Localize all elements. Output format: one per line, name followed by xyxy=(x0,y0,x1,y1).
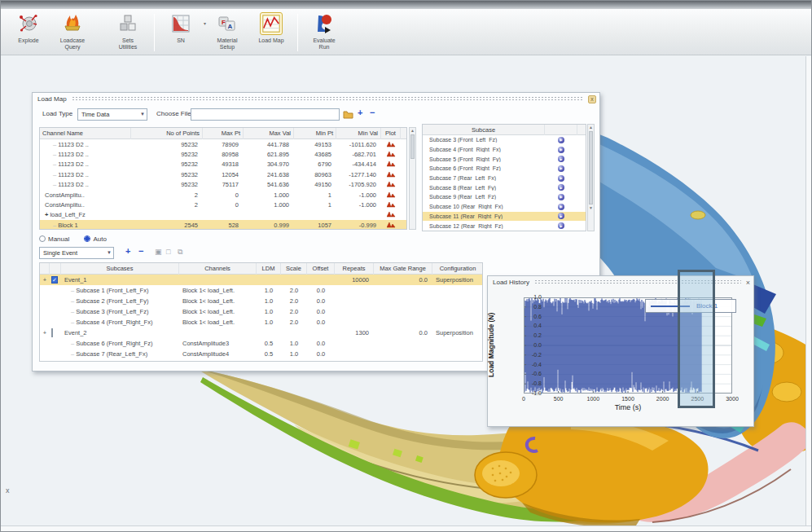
subcase-action-orb-icon[interactable]: ▶ xyxy=(558,165,564,172)
remove-file-button[interactable]: − xyxy=(370,108,375,117)
event-subcase-row[interactable]: –Subcase 1 (Front_Left_Fx)Block 1< load_… xyxy=(40,285,482,296)
channel-row[interactable]: –11123 D2 ..9523249318304.9706790-434.41… xyxy=(40,160,406,169)
subcase-action-orb-icon[interactable]: ▶ xyxy=(558,175,564,182)
toolbar-item-material-setup[interactable]: FA Material Setup xyxy=(206,12,248,51)
col-header[interactable]: Subcase xyxy=(423,125,545,135)
toolbar-item-load-map[interactable]: Load Map xyxy=(250,12,292,44)
no-of-points: 95232 xyxy=(131,181,203,188)
col-header[interactable]: Scale xyxy=(281,263,307,275)
subcase-row[interactable]: Subcase 11 (Rear_Right_Fy)▶ xyxy=(423,212,586,222)
open-file-folder-icon[interactable] xyxy=(343,108,353,122)
plot-curve-icon[interactable] xyxy=(381,200,401,209)
subcase-action-orb-icon[interactable]: ▶ xyxy=(558,194,564,200)
select-all-icon[interactable]: ▣ xyxy=(155,247,162,257)
manual-radio[interactable]: Manual xyxy=(39,235,69,243)
col-header[interactable]: LDM xyxy=(257,263,281,275)
plot-curve-icon[interactable] xyxy=(381,140,401,149)
event-checkbox[interactable] xyxy=(50,329,61,336)
event-subcase-row[interactable]: –Subcase 3 (Front_Left_Fz)Block 1< load_… xyxy=(40,306,482,317)
subcase-action-orb-icon[interactable]: ▶ xyxy=(558,213,564,219)
file-path-input[interactable] xyxy=(191,108,340,121)
plot-curve-icon[interactable] xyxy=(381,221,401,230)
x-tick-label: 3000 xyxy=(720,396,744,402)
col-header[interactable]: Repeats xyxy=(335,263,374,275)
subcase-action-orb-icon[interactable]: ▶ xyxy=(558,156,564,162)
subcase-row[interactable]: Subcase 7 (Rear_Left_Fx)▶ xyxy=(423,174,586,183)
col-header[interactable]: No of Points xyxy=(131,128,203,139)
load-map-titlebar[interactable]: Load Map x xyxy=(33,93,599,105)
col-header[interactable]: Min Pt xyxy=(294,128,336,139)
toolbar-item-sets-utilities[interactable]: Sets Utilities xyxy=(107,12,149,51)
subcase-row[interactable]: Subcase 9 (Rear_Left_Fz)▶ xyxy=(423,192,586,202)
subcase-action-orb-icon[interactable]: ▶ xyxy=(558,222,564,229)
toolbar-item-evaluate-run[interactable]: Evaluate Run xyxy=(303,12,345,51)
plot-curve-icon[interactable] xyxy=(381,180,401,189)
event-subcase-row[interactable]: –Subcase 7 (Rear_Left_Fx)ConstAmplitude4… xyxy=(40,349,482,359)
subcase-row[interactable]: Subcase 10 (Rear_Right_Fx)▶ xyxy=(423,202,586,212)
subcase-action-orb-icon[interactable]: ▶ xyxy=(558,184,564,191)
col-header[interactable]: Channels xyxy=(179,263,257,275)
subcase-row[interactable]: Subcase 3 (Front_Left_Fz)▶ xyxy=(423,135,586,145)
subcase-action-orb-icon[interactable]: ▶ xyxy=(558,137,564,143)
subcase-row[interactable]: Subcase 4 (Front_Right_Fx)▶ xyxy=(423,145,586,155)
subcase-scrollbar[interactable]: ▲▼ xyxy=(587,124,595,231)
offset: 0.0 xyxy=(307,340,335,347)
col-header[interactable]: Offset xyxy=(307,263,335,275)
channel-table-scrollbar[interactable]: ▲ xyxy=(409,127,416,230)
subcase-label: Subcase 10 (Rear_Right_Fx) xyxy=(423,204,545,209)
add-event-button[interactable]: + xyxy=(125,246,130,256)
subcase-row[interactable]: Subcase 6 (Front_Right_Fz)▶ xyxy=(423,164,586,174)
channel-name: –11123 D2 .. xyxy=(40,151,131,158)
col-header[interactable]: Configuration xyxy=(432,263,483,275)
col-header[interactable]: Max Pt xyxy=(203,128,244,139)
titlebar-grip[interactable] xyxy=(72,96,584,102)
plot-curve-icon[interactable] xyxy=(381,191,401,200)
duplicate-icon[interactable]: ⧉ xyxy=(178,247,182,257)
subcase-row[interactable]: Subcase 8 (Rear_Left_Fy)▶ xyxy=(423,182,586,192)
col-header[interactable]: Subcases xyxy=(61,263,179,275)
toolbar-item-sn[interactable]: SN xyxy=(160,12,202,44)
channel-row[interactable]: +load_Left_Fz xyxy=(40,210,406,220)
col-header[interactable]: Plot xyxy=(381,128,401,139)
clear-selection-icon[interactable]: □ xyxy=(166,247,170,257)
event-row[interactable]: +Event_213000.0Superposition xyxy=(40,328,482,338)
plot-curve-icon[interactable] xyxy=(381,210,401,219)
plot-curve-icon[interactable] xyxy=(381,150,401,159)
auto-radio[interactable]: Auto xyxy=(84,235,106,243)
channel-row[interactable]: ConstAmplitu..201.0001-1.000 xyxy=(40,200,406,209)
plot-curve-icon[interactable] xyxy=(381,170,401,179)
load-type-select[interactable]: Time Data▼ xyxy=(77,108,147,121)
event-mode-select[interactable]: Single Event▼ xyxy=(39,247,114,259)
subcase-row[interactable]: Subcase 5 (Front_Right_Fy)▶ xyxy=(423,154,586,164)
close-icon[interactable]: × xyxy=(746,279,750,287)
event-subcase-row[interactable]: –Subcase 2 (Front_Left_Fy)Block 1< load_… xyxy=(40,296,482,306)
toolbar-item-explode[interactable]: Explode xyxy=(7,12,50,44)
subcase-row[interactable]: Subcase 12 (Rear_Right_Fz)▶ xyxy=(423,221,586,231)
col-header[interactable]: Channel Name xyxy=(40,128,131,139)
event-row[interactable]: +✓Event_1100000.0Superposition xyxy=(40,275,482,285)
event-subcase-row[interactable]: –Subcase 4 (Front_Right_Fx)Block 1< load… xyxy=(40,317,482,328)
subcase-action-orb-icon[interactable]: ▶ xyxy=(558,147,564,153)
plot-curve-icon[interactable] xyxy=(381,160,401,169)
event-checkbox[interactable]: ✓ xyxy=(50,276,61,284)
close-icon[interactable]: x xyxy=(588,95,596,103)
channel-row[interactable]: –11123 D2 ..9523275117541.63649150-1705.… xyxy=(40,180,406,190)
col-header[interactable]: Max Val xyxy=(244,128,294,139)
col-header[interactable]: Max Gate Range xyxy=(374,263,432,275)
channel-row[interactable]: –11123 D2 ..9523212054241.63880963-1277.… xyxy=(40,169,406,179)
remove-event-button[interactable]: − xyxy=(138,246,143,256)
expand-icon[interactable]: + xyxy=(40,276,50,284)
channel-row[interactable]: –Block 125455280.9991057-0.999 xyxy=(40,220,406,230)
toolbar-item-loadcase-query[interactable]: Loadcase Query xyxy=(51,12,94,51)
expand-icon[interactable]: + xyxy=(40,329,50,336)
event-subcase-row[interactable]: –Subcase 6 (Front_Right_Fz)ConstAmplitud… xyxy=(40,338,482,349)
add-file-button[interactable]: + xyxy=(358,108,362,117)
subcase-action-orb-icon[interactable]: ▶ xyxy=(558,204,564,210)
selection-rectangle[interactable] xyxy=(678,270,715,408)
event-table: Subcases Channels LDM Scale Offset Repea… xyxy=(39,262,483,362)
channel-row[interactable]: –11123 D2 ..9523280958621.89543685-682.7… xyxy=(40,149,406,159)
channel-row[interactable]: ConstAmplitu..201.0001-1.000 xyxy=(40,190,406,200)
channel-row[interactable]: –11123 D2 ..9523278909441.78849153-1011.… xyxy=(40,139,406,149)
channel-name: –11123 D2 .. xyxy=(40,160,131,168)
col-header[interactable]: Min Val xyxy=(336,128,381,139)
